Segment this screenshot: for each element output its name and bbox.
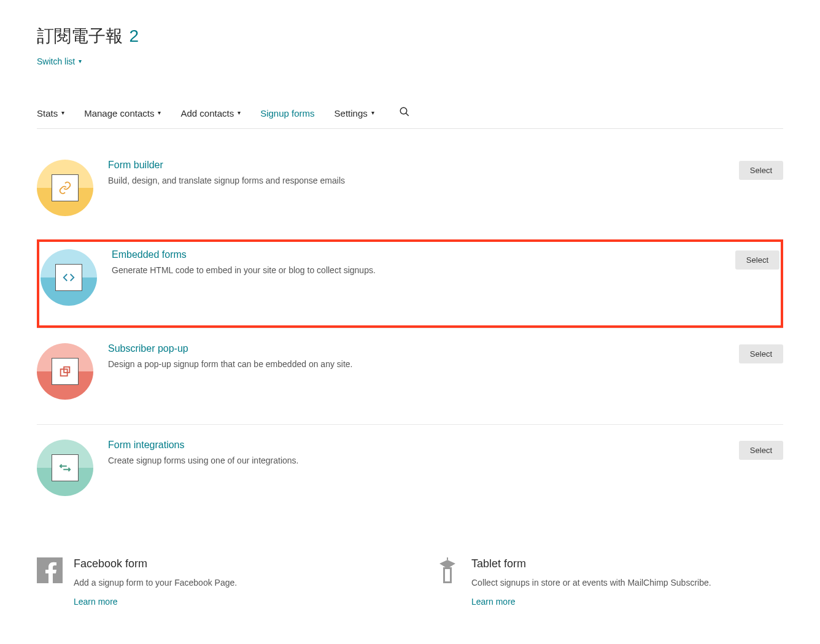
arrows-icon [58,461,72,475]
form-title-link[interactable]: Form integrations [108,440,724,451]
tab-label: Manage contacts [84,108,154,118]
subscriber-popup-icon [37,343,93,400]
learn-more-link[interactable]: Learn more [471,597,516,607]
tab-signup-forms[interactable]: Signup forms [260,99,314,127]
form-builder-icon [37,160,93,216]
tab-stats[interactable]: Stats ▾ [37,99,64,127]
chevron-down-icon: ▾ [61,110,64,116]
card-facebook-form: Facebook form Add a signup form to your … [37,557,385,607]
form-title-link[interactable]: Subscriber pop-up [108,343,724,354]
tablet-icon [435,557,460,583]
svg-line-1 [406,113,409,116]
link-icon [58,181,72,195]
card-text: Tablet form Collect signups in store or … [471,557,711,607]
card-title: Tablet form [471,557,711,570]
chevron-down-icon: ▾ [371,110,374,116]
svg-point-0 [400,107,407,114]
tab-label: Settings [335,108,368,118]
form-desc: Create signup forms using one of our int… [108,454,724,467]
form-desc: Design a pop-up signup form that can be … [108,358,724,371]
bottom-cards: Facebook form Add a signup form to your … [37,557,783,607]
nav-tabs: Stats ▾ Manage contacts ▾ Add contacts ▾… [37,98,783,129]
code-icon [62,271,75,284]
search-button[interactable] [399,98,410,128]
card-desc: Collect signups in store or at events wi… [471,578,711,588]
form-text: Form integrations Create signup forms us… [108,440,724,467]
tab-label: Signup forms [260,108,314,118]
select-button[interactable]: Select [735,250,779,270]
card-desc: Add a signup form to your Facebook Page. [74,578,237,588]
select-button[interactable]: Select [739,441,783,460]
form-text: Embedded forms Generate HTML code to emb… [112,249,721,277]
search-icon [399,106,410,117]
form-list: Form builder Build, design, and translat… [37,153,783,521]
facebook-icon [37,557,63,583]
popup-icon [58,365,72,378]
chevron-down-icon: ▾ [158,110,161,116]
select-button[interactable]: Select [739,161,783,180]
page-title: 訂閱電子報 [37,25,123,48]
tab-label: Stats [37,108,58,118]
form-row-embedded-forms: Embedded forms Generate HTML code to emb… [37,239,783,328]
tab-add-contacts[interactable]: Add contacts ▾ [180,99,241,127]
page-header: 訂閱電子報 2 [37,25,783,48]
switch-list-label: Switch list [37,56,75,66]
tab-manage-contacts[interactable]: Manage contacts ▾ [84,99,161,127]
form-row-subscriber-popup: Subscriber pop-up Design a pop-up signup… [37,328,783,424]
form-title-link[interactable]: Form builder [108,160,724,171]
card-title: Facebook form [74,557,237,570]
tab-settings[interactable]: Settings ▾ [335,99,374,127]
form-text: Form builder Build, design, and translat… [108,160,724,187]
chevron-down-icon: ▾ [79,58,82,64]
switch-list-dropdown[interactable]: Switch list ▾ [37,56,82,66]
chevron-down-icon: ▾ [238,110,241,116]
page-subscriber-count: 2 [129,26,139,45]
form-integrations-icon [37,440,93,496]
learn-more-link[interactable]: Learn more [74,597,118,607]
card-text: Facebook form Add a signup form to your … [74,557,237,607]
form-row-form-integrations: Form integrations Create signup forms us… [37,424,783,521]
form-row-form-builder: Form builder Build, design, and translat… [37,153,783,241]
form-text: Subscriber pop-up Design a pop-up signup… [108,343,724,371]
form-desc: Generate HTML code to embed in your site… [112,264,721,277]
card-tablet-form: Tablet form Collect signups in store or … [435,557,783,607]
form-desc: Build, design, and translate signup form… [108,174,724,187]
form-title-link[interactable]: Embedded forms [112,249,721,260]
tab-label: Add contacts [180,108,234,118]
embedded-forms-icon [41,249,97,306]
select-button[interactable]: Select [739,344,783,363]
